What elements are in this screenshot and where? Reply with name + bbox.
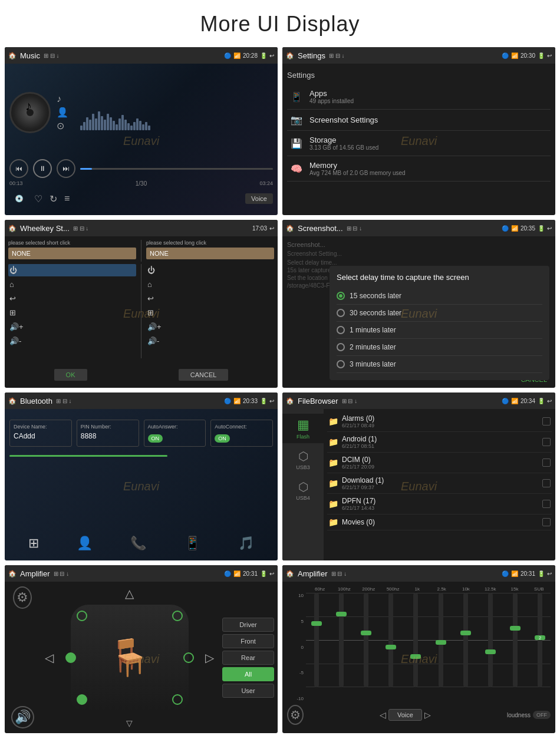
settings-memory[interactable]: 🧠 Memory Avg 724 MB of 2.0 GB memory use… xyxy=(287,156,551,182)
list-item[interactable]: 📁 DPFN (17) 6/21/17 14:43 xyxy=(327,494,552,514)
option-30s[interactable]: 30 seconds later xyxy=(337,305,542,322)
folder-checkbox[interactable] xyxy=(542,417,551,426)
wk-vol-up-left[interactable]: 🔊+ xyxy=(8,321,136,333)
back-amp[interactable]: ↩ xyxy=(269,570,274,577)
speaker-tr[interactable] xyxy=(172,611,183,621)
wk-back-row-right[interactable]: ↩ xyxy=(146,292,274,305)
eq-thumb-2[interactable] xyxy=(336,612,347,616)
settings-apps[interactable]: 📱 Apps 49 apps installed xyxy=(287,84,551,110)
wk-home-row-right[interactable]: ⌂ xyxy=(146,278,274,291)
voice-eq-button[interactable]: Voice xyxy=(388,709,422,721)
wk-dropdown-right[interactable]: NONE xyxy=(146,248,274,259)
next-voice-icon[interactable]: ▷ xyxy=(424,710,431,720)
settings-knob-icon[interactable]: ⚙ xyxy=(13,586,32,609)
home-icon-fb[interactable]: 🏠 xyxy=(286,397,294,405)
home-icon-wk[interactable]: 🏠 xyxy=(8,225,17,232)
speaker-right[interactable] xyxy=(183,652,194,663)
eq-bar-10[interactable]: 2 xyxy=(529,593,551,687)
wk-back-row-left[interactable]: ↩ xyxy=(8,292,136,305)
wk-dropdown-left[interactable]: NONE xyxy=(8,248,136,259)
settings-storage[interactable]: 💾 Storage 3.13 GB of 14.56 GB used xyxy=(287,131,551,156)
eq-bar-4[interactable] xyxy=(380,593,401,687)
eq-bar-2[interactable] xyxy=(331,593,352,687)
eq-thumb-7[interactable] xyxy=(460,631,471,635)
wk-vol-dn-left[interactable]: 🔊- xyxy=(8,335,136,347)
pause-button[interactable]: ⏸ xyxy=(33,159,52,178)
speaker-left[interactable] xyxy=(65,652,76,663)
eq-thumb-10[interactable]: 2 xyxy=(535,635,545,640)
eq-thumb-3[interactable] xyxy=(361,631,371,635)
list-item[interactable]: 📁 Alarms (0) 6/21/17 08:49 xyxy=(327,411,552,432)
heart-icon[interactable]: ♡ xyxy=(34,193,42,205)
eq-bar-6[interactable] xyxy=(430,593,451,687)
eq-thumb-4[interactable] xyxy=(386,645,396,649)
folder-checkbox[interactable] xyxy=(542,459,551,467)
left-nav-arrow[interactable]: ◁ xyxy=(45,651,54,664)
eq-thumb-9[interactable] xyxy=(510,626,521,631)
phone2-bt-icon[interactable]: 📱 xyxy=(185,536,200,551)
front-btn[interactable]: Front xyxy=(222,634,274,648)
pin-value[interactable]: 8888 xyxy=(81,432,135,440)
folder-checkbox[interactable] xyxy=(542,479,551,487)
eq-thumb-5[interactable] xyxy=(410,654,421,659)
speaker-br[interactable] xyxy=(172,694,183,705)
home-icon-ss[interactable]: 🏠 xyxy=(286,225,294,232)
eq-bar-9[interactable] xyxy=(505,593,526,687)
folder-checkbox[interactable] xyxy=(542,518,551,526)
speaker-tl[interactable] xyxy=(77,611,87,621)
right-nav-arrow[interactable]: ▷ xyxy=(205,651,214,664)
back-bt[interactable]: ↩ xyxy=(269,398,274,404)
grid-bt-icon[interactable]: ⊞ xyxy=(28,536,39,551)
driver-btn[interactable]: Driver xyxy=(222,618,274,632)
list-item[interactable]: 📁 Movies (0) xyxy=(327,514,552,530)
auto-connect-toggle[interactable]: ON xyxy=(215,434,230,443)
person-bt-icon[interactable]: 👤 xyxy=(77,536,93,551)
phone-bt-icon[interactable]: 📞 xyxy=(130,536,146,551)
rear-btn[interactable]: Rear xyxy=(222,651,274,665)
wk-vol-dn-right[interactable]: 🔊- xyxy=(146,335,274,347)
wk-power-row-right[interactable]: ⏻ xyxy=(146,264,274,276)
back-wk[interactable]: ↩ xyxy=(269,225,274,232)
list-item[interactable]: 📁 DCIM (0) 6/21/17 20:09 xyxy=(327,453,552,473)
ok-button[interactable]: OK xyxy=(54,369,87,381)
radio-30s[interactable] xyxy=(337,309,345,317)
back-eq[interactable]: ↩ xyxy=(547,570,552,577)
eq-thumb-1[interactable] xyxy=(311,621,322,626)
loudness-toggle-off[interactable]: OFF xyxy=(533,711,551,719)
repeat-icon[interactable]: ↻ xyxy=(50,193,57,205)
wk-grid-row-left[interactable]: ⊞ xyxy=(8,306,136,319)
home-icon-eq[interactable]: 🏠 xyxy=(286,570,294,578)
eq-settings-icon[interactable]: ⚙ xyxy=(287,705,304,725)
equalizer-icon[interactable]: ≡ xyxy=(64,193,70,204)
home-icon-settings[interactable]: 🏠 xyxy=(286,52,294,60)
home-icon-bt[interactable]: 🏠 xyxy=(8,397,17,405)
option-1m[interactable]: 1 minutes later xyxy=(337,322,542,339)
eq-bar-3[interactable] xyxy=(355,593,377,687)
radio-3m[interactable] xyxy=(337,360,345,368)
voice-button[interactable]: Voice xyxy=(245,193,273,204)
next-button[interactable]: ⏭ xyxy=(57,159,75,178)
eq-bar-5[interactable] xyxy=(405,593,426,687)
eq-bar-7[interactable] xyxy=(455,593,476,687)
volume-icon-amp[interactable]: 🔊 xyxy=(11,706,34,728)
fb-usb3-item[interactable]: ⬡ USB3 xyxy=(282,446,324,474)
radio-1m[interactable] xyxy=(337,326,345,334)
settings-screenshot[interactable]: 📷 Screenshot Settings xyxy=(287,110,551,131)
back-icon[interactable]: ↩ xyxy=(269,52,274,59)
all-btn[interactable]: All xyxy=(222,667,274,681)
list-item[interactable]: 📁 Android (1) 6/21/17 08:51 xyxy=(327,432,552,453)
option-15s[interactable]: 15 seconds later xyxy=(337,288,542,305)
speaker-bl[interactable] xyxy=(77,694,87,705)
eq-thumb-8[interactable] xyxy=(485,649,496,654)
prev-voice-icon[interactable]: ◁ xyxy=(380,710,386,720)
fb-flash-item[interactable]: ▦ Flash xyxy=(282,414,324,443)
folder-checkbox[interactable] xyxy=(542,438,551,446)
radio-2m[interactable] xyxy=(337,343,345,351)
folder-checkbox[interactable] xyxy=(542,500,551,508)
auto-answer-toggle[interactable]: ON xyxy=(148,434,163,443)
radio-15s[interactable] xyxy=(337,292,345,300)
home-icon[interactable]: 🏠 xyxy=(8,52,17,60)
cancel-button[interactable]: CANCEL xyxy=(179,369,229,381)
wk-home-row-left[interactable]: ⌂ xyxy=(8,278,136,291)
eq-thumb-6[interactable] xyxy=(436,640,446,645)
